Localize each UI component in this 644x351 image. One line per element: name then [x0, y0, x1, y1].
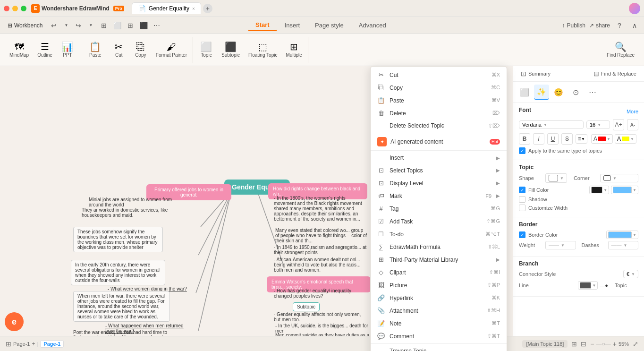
shape-select[interactable]: ▼ — [545, 173, 567, 183]
apply-same-checkbox[interactable]: ✓ — [519, 147, 525, 154]
border-color-checkbox[interactable]: ✓ — [519, 231, 525, 238]
zoom-plus-button[interactable]: + — [613, 340, 617, 348]
view-button[interactable]: ⊞ — [98, 20, 110, 31]
menu-traverse[interactable]: Traverse Topic — [371, 345, 507, 351]
outline-button[interactable]: ☰ Outline — [34, 38, 56, 62]
mindmap-button[interactable]: 🗺 MindMap — [6, 38, 33, 62]
close-button[interactable] — [4, 6, 9, 11]
font-more-button[interactable]: More — [627, 109, 638, 114]
weight-select[interactable]: —— ▼ — [545, 241, 576, 249]
floating-topic-button[interactable]: ⬚ Floating Topic — [245, 38, 281, 62]
text-node-5[interactable]: In the early 20th century, there were se… — [71, 260, 165, 285]
menu-copy[interactable]: ⿻ Copy ⌘C — [371, 81, 507, 94]
edraw-logo[interactable]: e — [5, 312, 24, 331]
format-painter-button[interactable]: 🖌 Format Painter — [152, 38, 191, 62]
find-replace-button[interactable]: 🔍 Find Replace — [603, 38, 638, 62]
text-node-14[interactable]: - In the 1800's, the women's rights move… — [270, 194, 372, 223]
shadow-checkbox[interactable] — [519, 196, 525, 203]
collapse-button[interactable]: ∧ — [629, 20, 640, 31]
menu-mark[interactable]: 🏷 Mark F9 ▶ — [371, 189, 507, 202]
text-node-19[interactable]: - How has gender equality/ inequality ch… — [270, 286, 372, 300]
menu-note[interactable]: 📝 Note ⌘T — [371, 317, 507, 330]
add-tab-button[interactable]: + — [203, 4, 212, 13]
rp-format-icon[interactable]: ⬜ — [517, 85, 532, 100]
dashes-select[interactable]: —— ▼ — [608, 241, 639, 249]
tab-advanced[interactable]: Advanced — [351, 20, 394, 31]
menu-edrawmath[interactable]: ∑ EdrawMath Formula ⇧⌘L — [371, 240, 507, 253]
rp-theme-icon[interactable]: ⊙ — [568, 85, 583, 100]
text-node-17[interactable]: - African-American women dealt not onl..… — [270, 255, 372, 274]
menu-display-level[interactable]: ⊡ Display Level ▶ — [371, 177, 507, 189]
active-tab[interactable]: 📄 Gender Equality × — [132, 2, 201, 14]
subtopic-button[interactable]: ⬛ Subtopic — [218, 38, 244, 62]
bold-button[interactable]: B — [519, 133, 530, 145]
undo-dropdown[interactable]: ▼ — [60, 20, 72, 31]
font-family-select[interactable]: Verdana ▼ — [519, 120, 584, 129]
corner-select[interactable]: ▼ — [600, 174, 638, 182]
menu-paste[interactable]: 📋 Paste ⌘V — [371, 94, 507, 107]
strikethrough-button[interactable]: S — [561, 133, 573, 145]
current-page-chip[interactable]: Page-1 — [40, 340, 64, 348]
connector-select[interactable]: € ▼ — [623, 270, 638, 278]
maximize-button[interactable] — [21, 6, 26, 11]
menu-clipart[interactable]: ◇ Clipart ⇧⌘I — [371, 266, 507, 279]
panel-button[interactable]: ⬜ — [111, 20, 123, 31]
tab-start[interactable]: Start — [248, 19, 277, 31]
zoom-minus-button[interactable]: − — [590, 340, 594, 348]
italic-button[interactable]: I — [533, 133, 544, 145]
line-color-button[interactable]: ▼ — [578, 281, 598, 290]
undo-button[interactable]: ↩ — [48, 20, 59, 31]
menu-tag[interactable]: # Tag ⌘G — [371, 202, 507, 215]
rp-more-icon[interactable]: ⋯ — [585, 85, 600, 100]
font-size-increase[interactable]: A+ — [613, 119, 624, 130]
menu-todo[interactable]: ☐ To-do ⌘⌥T — [371, 228, 507, 240]
workbench-button[interactable]: ⊞ Workbench — [4, 20, 46, 31]
paste-button[interactable]: 📋 Paste — [83, 38, 108, 62]
menu-delete-selected[interactable]: Delete Selected Topic ⇧⌦ — [371, 120, 507, 132]
pages-icon[interactable]: ⊞ — [6, 340, 11, 348]
tab-insert[interactable]: Insert — [277, 20, 308, 31]
rp-emoji-icon[interactable]: 😊 — [551, 85, 566, 100]
text-node-23[interactable]: Men commit suicide as they have duties a… — [271, 331, 373, 336]
grid-button[interactable]: ⊞ — [125, 20, 136, 31]
fill-color-checkbox[interactable]: ✓ — [519, 187, 525, 193]
multiple-button[interactable]: ⊞ Multiple — [282, 38, 305, 62]
minimize-button[interactable] — [12, 6, 18, 11]
tab-close-button[interactable]: × — [192, 6, 195, 11]
layout-icon[interactable]: ⊟ — [581, 340, 586, 348]
menu-insert[interactable]: Insert ▶ — [371, 152, 507, 164]
screen-button[interactable]: ⬛ — [138, 20, 149, 31]
find-replace-panel-button[interactable]: ⊟ Find & Replace — [590, 68, 640, 79]
menu-ai[interactable]: ✦ AI generated content Hot — [371, 134, 507, 149]
text-node-4[interactable]: These jobs somehow signify the boundries… — [73, 227, 163, 252]
fill-color-dark-button[interactable]: ▼ — [589, 186, 609, 194]
menu-picture[interactable]: 🖼 Picture ⇧⌘P — [371, 279, 507, 291]
font-color-button[interactable]: A ▼ — [591, 134, 613, 144]
user-avatar[interactable] — [629, 3, 640, 14]
publish-button[interactable]: ↑ Publish — [562, 22, 585, 29]
menu-hyperlink[interactable]: 🔗 Hyperlink ⌘K — [371, 291, 507, 304]
border-color-button[interactable]: ▼ — [606, 231, 638, 239]
menu-third-party[interactable]: ⊞ Third-Party Material Library ▶ — [371, 253, 507, 266]
text-node-9[interactable]: Post the war ended, women had hard time … — [73, 329, 168, 336]
menu-add-task[interactable]: ☑ Add Task ⇧⌘G — [371, 215, 507, 228]
align-button[interactable]: ≡ ▼ — [576, 134, 587, 144]
font-highlight-button[interactable]: A ▼ — [615, 134, 636, 144]
tab-page-style[interactable]: Page style — [307, 20, 351, 31]
menu-cut[interactable]: ✂ Cut ⌘X — [371, 68, 507, 81]
underline-button[interactable]: U — [547, 133, 559, 145]
summary-button[interactable]: ⊡ Summary — [517, 68, 588, 79]
menu-select-topics[interactable]: ⊡ Select Topics ▶ — [371, 164, 507, 177]
text-node-3[interactable]: They ar worked in domestic services, lik… — [78, 205, 172, 220]
rp-style-icon[interactable]: ✨ — [534, 85, 549, 100]
more-button[interactable]: ⋯ — [151, 20, 162, 31]
menu-comment[interactable]: 💬 Comment ⇧⌘T — [371, 330, 507, 342]
cut-button[interactable]: ✂ Cut — [109, 38, 129, 62]
menu-delete[interactable]: 🗑 Delete ⌦ — [371, 107, 507, 120]
topic-button[interactable]: ⬜ Topic — [196, 38, 217, 62]
expand-icon[interactable]: ⊞ — [571, 340, 577, 348]
redo-dropdown[interactable]: ▼ — [85, 20, 96, 31]
custom-width-checkbox[interactable] — [519, 205, 525, 211]
font-size-decrease[interactable]: A- — [627, 119, 638, 130]
help-button[interactable]: ? — [614, 20, 625, 31]
